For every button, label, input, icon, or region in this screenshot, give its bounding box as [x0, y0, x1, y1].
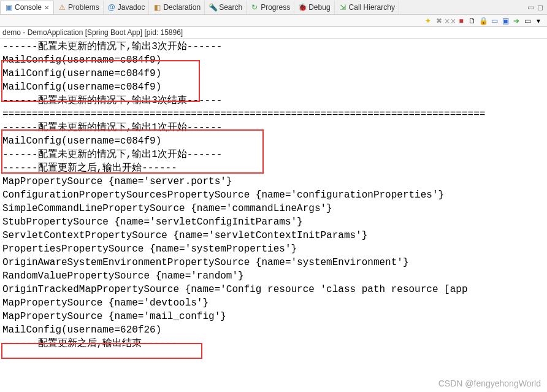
console-line: PropertiesPropertySource {name='systemPr…: [2, 242, 545, 256]
tab-label: Javadoc: [118, 3, 145, 12]
new-console-icon[interactable]: ▭: [522, 16, 532, 26]
console-line: MapPropertySource {name='mail_config'}: [2, 310, 545, 323]
tab-label: Search: [219, 3, 242, 12]
console-line: ConfigurationPropertySourcesPropertySour…: [2, 188, 545, 202]
console-line: MailConfig(username=c084f9): [2, 53, 545, 67]
tab-problems[interactable]: ⚠ Problems: [54, 1, 104, 14]
console-line: MapPropertySource {name='devtools'}: [2, 296, 545, 310]
console-line: ------配置更新之后,输出开始------: [2, 161, 545, 175]
close-icon[interactable]: ✕: [44, 4, 50, 10]
console-line: MailConfig(username=c084f9): [2, 134, 545, 148]
tab-label: Progress: [261, 3, 290, 12]
maximize-icon[interactable]: ◻: [536, 3, 545, 12]
console-line: ------配置未更新的情况下,输出1次开始------: [2, 148, 545, 161]
remove-launch-icon[interactable]: ✖: [434, 16, 444, 26]
remove-all-icon[interactable]: ⨯⨯: [445, 16, 455, 26]
console-line: SimpleCommandLinePropertySource {name='c…: [2, 202, 545, 215]
console-menu-icon[interactable]: ▾: [534, 16, 543, 26]
console-line: RandomValuePropertySource {name='random'…: [2, 269, 545, 283]
call-hierarchy-icon: ⇲: [339, 3, 347, 12]
declaration-icon: ◧: [153, 3, 161, 12]
console-line: ------配置更新之后,输出结束------: [2, 337, 545, 350]
scroll-lock-icon[interactable]: 🔒: [478, 16, 488, 26]
console-line: ------配置未更新的情况下,输出3次结束------: [2, 94, 545, 107]
console-line: MapPropertySource {name='server.ports'}: [2, 175, 545, 188]
tab-label: Problems: [68, 3, 99, 12]
minimize-icon[interactable]: ▭: [526, 3, 535, 12]
search-icon: 🔦: [208, 3, 217, 12]
tab-progress[interactable]: ↻ Progress: [247, 1, 294, 14]
problems-icon: ⚠: [58, 3, 66, 12]
console-line: ========================================…: [2, 107, 545, 121]
console-line: OriginAwareSystemEnvironmentPropertySour…: [2, 256, 545, 269]
tab-call-hierarchy[interactable]: ⇲ Call Hierarchy: [335, 1, 399, 14]
window-controls: ▭ ◻: [526, 3, 547, 12]
pin-icon[interactable]: ✦: [423, 16, 433, 26]
watermark: CSDN @fengyehongWorld: [438, 379, 541, 388]
tab-search[interactable]: 🔦 Search: [205, 1, 247, 14]
tab-console[interactable]: ▣ Console ✕: [0, 1, 54, 14]
tab-label: Call Hierarchy: [349, 3, 395, 12]
console-line: ServletContextPropertySource {name='serv…: [2, 229, 545, 242]
tab-debug[interactable]: 🐞 Debug: [294, 1, 334, 14]
javadoc-icon: @: [107, 3, 116, 12]
tab-label: Declaration: [163, 3, 201, 12]
show-console-icon[interactable]: ▭: [489, 16, 499, 26]
tab-label: Debug: [308, 3, 330, 12]
tab-label: Console: [15, 3, 42, 12]
open-console-icon[interactable]: ➔: [511, 16, 521, 26]
progress-icon: ↻: [250, 3, 259, 12]
console-icon: ▣: [4, 3, 13, 12]
console-line: ------配置未更新的情况下,输出1次开始------: [2, 121, 545, 134]
console-line: StubPropertySource {name='servletConfigI…: [2, 215, 545, 229]
console-toolbar: ✦ ✖ ⨯⨯ ■ 🗋 🔒 ▭ ▣ ➔ ▭ ▾: [0, 15, 547, 27]
console-line: ------配置未更新的情况下,输出3次开始------: [2, 40, 545, 53]
debug-icon: 🐞: [298, 3, 307, 12]
clear-console-icon[interactable]: 🗋: [467, 16, 477, 26]
console-header: demo - DemoApplication [Spring Boot App]…: [0, 27, 547, 39]
views-tab-bar: ▣ Console ✕ ⚠ Problems @ Javadoc ◧ Decla…: [0, 0, 547, 15]
terminate-icon[interactable]: ■: [456, 16, 466, 26]
console-line: MailConfig(username=c084f9): [2, 80, 545, 94]
tab-javadoc[interactable]: @ Javadoc: [104, 1, 150, 14]
console-output[interactable]: ------配置未更新的情况下,输出3次开始------MailConfig(u…: [0, 39, 547, 352]
console-line: MailConfig(username=c084f9): [2, 67, 545, 80]
console-line: MailConfig(username=620f26): [2, 323, 545, 337]
display-selected-icon[interactable]: ▣: [500, 16, 510, 26]
console-line: OriginTrackedMapPropertySource {name='Co…: [2, 283, 545, 296]
tab-declaration[interactable]: ◧ Declaration: [149, 1, 205, 14]
